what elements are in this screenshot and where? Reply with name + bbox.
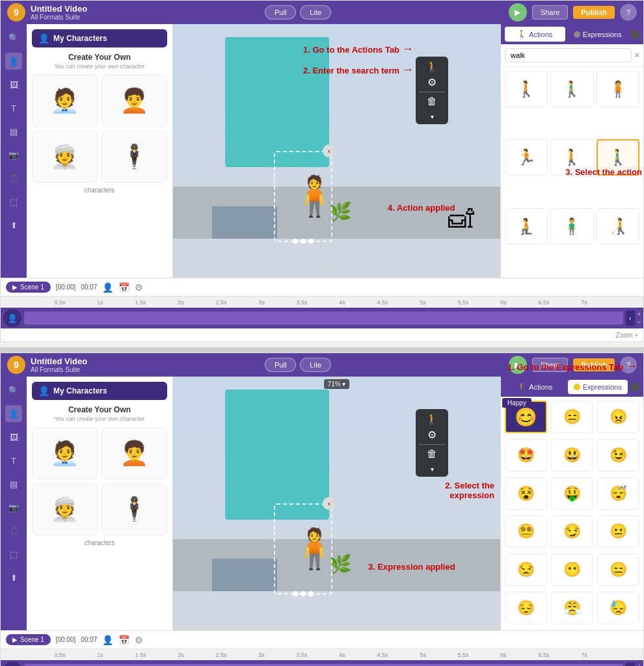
timeline-icon-calendar[interactable]: 📅: [118, 282, 129, 293]
char2-item-3[interactable]: 👳: [32, 483, 98, 535]
sidebar-icon-list[interactable]: ▤: [5, 123, 22, 140]
expr-smile[interactable]: 😃: [551, 439, 593, 472]
search-clear-1[interactable]: ×: [634, 50, 639, 60]
expr-xx[interactable]: 😵‍💫: [505, 515, 547, 548]
lite-button[interactable]: Lite: [300, 5, 331, 20]
timeline2-icon-settings[interactable]: ⚙: [135, 635, 143, 645]
action-walk-1[interactable]: 🚶: [505, 71, 548, 107]
action-walk-2[interactable]: 🚶‍♂️: [550, 71, 593, 107]
sidebar2-icon-user[interactable]: 👤: [5, 405, 22, 422]
char-item-4[interactable]: 🕴: [101, 131, 167, 183]
zoom-minus[interactable]: −: [637, 319, 641, 325]
sidebar2-icon-search[interactable]: 🔍: [5, 382, 22, 399]
sidebar2-icon-upload[interactable]: ⬆: [5, 569, 22, 586]
sidebar-icon-search[interactable]: 🔍: [5, 29, 22, 46]
action-walk-4[interactable]: 🏃: [505, 139, 548, 176]
sidebar2-icon-music[interactable]: 🎵: [5, 522, 22, 539]
sidebar-icon-text[interactable]: T: [5, 100, 22, 116]
timeline2-icon-calendar[interactable]: 📅: [118, 635, 129, 645]
publish-button[interactable]: Publish: [573, 6, 615, 19]
sidebar-icon-music[interactable]: 🎵: [5, 170, 22, 187]
scene-canvas-2: 🧍 🌿 🚶 ⚙ 🗑 ▾: [173, 377, 500, 630]
timeline-icon-settings[interactable]: ⚙: [135, 282, 143, 293]
action-walk-3[interactable]: 🧍: [597, 71, 639, 107]
ruler2-6s: 6s: [483, 652, 524, 658]
publish-button-2[interactable]: Publish: [573, 358, 615, 371]
action-menu2-settings[interactable]: ⚙: [427, 429, 436, 441]
action-menu-trash[interactable]: 🗑: [427, 96, 437, 107]
expr-star-eyes[interactable]: 🤩: [505, 439, 547, 472]
zoom-plus[interactable]: +: [637, 311, 641, 317]
char-item-3[interactable]: 👳: [32, 131, 98, 183]
sidebar-icon-image[interactable]: 🖼: [5, 76, 22, 93]
sidebar2-icon-text[interactable]: T: [5, 452, 22, 469]
sidebar2-icon-media[interactable]: 📷: [5, 499, 22, 516]
expr-neutral-dots[interactable]: 😑: [551, 401, 593, 433]
sidebar-icon-user[interactable]: 👤: [5, 53, 22, 70]
my-characters-header-2[interactable]: 👤 My Characters: [32, 382, 167, 400]
char-item-1[interactable]: 🧑‍💼: [32, 75, 98, 127]
action-menu2-trash[interactable]: 🗑: [427, 448, 437, 460]
char-item-2[interactable]: 🧑‍🦱: [101, 75, 167, 127]
char2-item-2[interactable]: 🧑‍🦱: [101, 427, 167, 479]
expr-frown[interactable]: 😒: [505, 553, 547, 586]
expr-squint[interactable]: 😏: [551, 515, 593, 548]
action-walk-8[interactable]: 🧍‍♂️: [550, 208, 593, 245]
sidebar-icon-shape[interactable]: ⬚: [5, 193, 22, 210]
lite-button-2[interactable]: Lite: [300, 358, 331, 372]
sidebar-toggle-1[interactable]: ‹: [323, 144, 336, 157]
tab-actions-1[interactable]: 🚶 Actions: [505, 27, 565, 42]
expr-sleepy[interactable]: 😴: [597, 477, 639, 510]
my-characters-header[interactable]: 👤 My Characters: [32, 29, 167, 47]
search-input-1[interactable]: [505, 48, 632, 62]
timeline-end-handle[interactable]: ‹: [626, 310, 635, 326]
my-characters-icon: 👤: [38, 33, 49, 44]
expr-extra3[interactable]: 😤: [551, 592, 593, 624]
expr-expressionless[interactable]: 😶: [551, 553, 593, 586]
action-menu2-walk[interactable]: 🚶: [425, 413, 438, 425]
tab-actions-2[interactable]: 🚶 Actions: [505, 379, 565, 394]
char2-item-4[interactable]: 🕴: [101, 483, 167, 535]
scene-button-2[interactable]: ▶ Scene 1: [6, 634, 51, 645]
expr-wink[interactable]: 😉: [597, 439, 639, 472]
action-menu2-arrow: ▾: [431, 466, 434, 473]
action-walk-9[interactable]: 🧑‍🦯: [597, 208, 639, 245]
expr-money[interactable]: 🤑: [551, 477, 593, 510]
action-menu-walk[interactable]: 🚶: [425, 60, 438, 73]
play-button-2[interactable]: ▶: [509, 356, 527, 374]
expr-extra1[interactable]: 😑: [597, 553, 639, 586]
action-walk-7[interactable]: 🧎: [505, 208, 548, 245]
action-walk-5[interactable]: 🚶: [550, 139, 593, 176]
sidebar2-icon-shape[interactable]: ⬚: [5, 546, 22, 563]
timeline-icon-avatar[interactable]: 👤: [102, 282, 113, 293]
sidebar-icon-upload[interactable]: ⬆: [5, 217, 22, 233]
tab-expressions-2[interactable]: Expressions: [568, 380, 628, 394]
expr-extra4[interactable]: 😓: [597, 592, 639, 624]
timeline-track-bar[interactable]: [24, 312, 623, 325]
sidebar-toggle-2[interactable]: ‹: [323, 497, 336, 510]
help-button-2[interactable]: ?: [620, 356, 637, 373]
char2-item-1[interactable]: 🧑‍💼: [32, 427, 98, 479]
scene-button-1[interactable]: ▶ Scene 1: [6, 282, 51, 293]
expr-meh[interactable]: 😐: [597, 515, 639, 548]
canvas-area-2: 71% ▾ ‹ 🧍 🌿 🚶 ⚙: [173, 377, 500, 630]
expr-angry[interactable]: 😠: [597, 401, 639, 433]
pull-button[interactable]: Pull: [265, 5, 296, 20]
expr-swirl-eyes[interactable]: 😵: [505, 477, 547, 510]
action-walk-6[interactable]: 🚶‍♂️: [597, 139, 639, 176]
timeline2-end-handle[interactable]: ‹: [626, 663, 635, 666]
expr-extra2[interactable]: 😔: [505, 592, 547, 624]
share-button[interactable]: Share: [532, 5, 568, 20]
sidebar2-icon-list[interactable]: ▤: [5, 475, 22, 492]
sidebar2-icon-image[interactable]: 🖼: [5, 429, 22, 446]
timeline2-icon-avatar[interactable]: 👤: [102, 635, 113, 645]
tab-expressions-1[interactable]: Expressions: [568, 27, 628, 42]
help-button[interactable]: ?: [620, 4, 637, 21]
share-button-2[interactable]: Share: [532, 358, 568, 372]
sidebar-icon-media[interactable]: 📷: [5, 146, 22, 163]
action-menu-settings[interactable]: ⚙: [427, 76, 436, 88]
zoom-plus-2[interactable]: +: [637, 663, 641, 666]
play-button[interactable]: ▶: [509, 3, 527, 21]
scene-steps-2: [212, 559, 277, 591]
pull-button-2[interactable]: Pull: [265, 358, 296, 372]
